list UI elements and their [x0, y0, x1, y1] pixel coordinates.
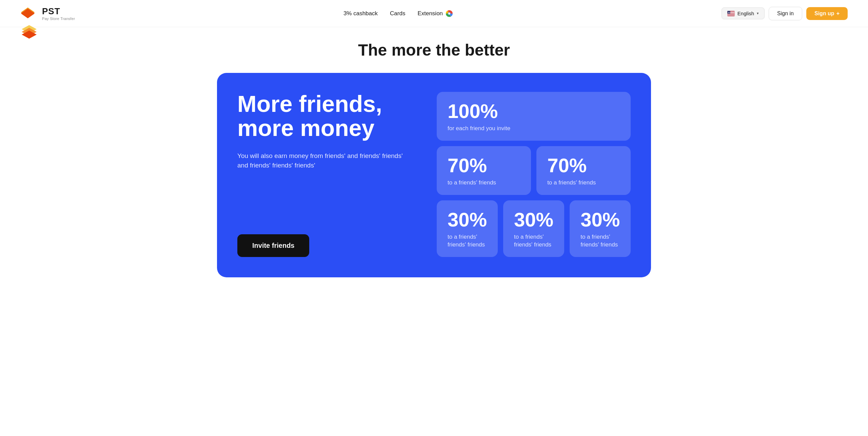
invite-friends-button[interactable]: Invite friends [237, 234, 309, 257]
language-selector[interactable]: ★★★★★★ English ▾ [722, 7, 765, 19]
chevron-down-icon: ▾ [757, 11, 759, 16]
plus-icon: + [836, 11, 840, 17]
logo-icon [20, 5, 38, 22]
hero-left: More friends, more money You will also e… [237, 92, 420, 257]
svg-text:★★★★★★: ★★★★★★ [728, 12, 735, 14]
nav-center: 3% cashback Cards Extension [343, 10, 453, 17]
stat-label-30-2: to a friends' friends' friends [514, 233, 553, 249]
stat-row-2: 70% to a friends' friends 70% to a frien… [437, 146, 631, 195]
stat-percent-100: 100% [448, 101, 620, 121]
logo-sub: Pay Store Transfer [42, 17, 75, 21]
stat-label-70-1: to a friends' friends [448, 179, 520, 187]
stat-percent-70-1: 70% [448, 156, 520, 175]
svg-rect-15 [727, 15, 735, 15]
stat-label-100: for each friend you invite [448, 124, 620, 133]
svg-point-9 [448, 13, 450, 15]
nav-extension[interactable]: Extension [417, 10, 453, 17]
chrome-icon [446, 10, 453, 17]
signup-button[interactable]: Sign up + [806, 7, 848, 20]
logo-brand: PST [42, 6, 75, 17]
hero-card: More friends, more money You will also e… [217, 73, 651, 277]
stat-row-1: 100% for each friend you invite [437, 92, 631, 141]
stat-label-70-2: to a friends' friends [547, 179, 620, 187]
nav-cashback[interactable]: 3% cashback [343, 10, 378, 17]
logo[interactable]: PST Pay Store Transfer [20, 5, 75, 22]
stat-percent-30-3: 30% [580, 210, 620, 230]
svg-rect-16 [727, 15, 735, 16]
nav-cards[interactable]: Cards [390, 10, 405, 17]
hero-headline: More friends, more money [237, 92, 420, 140]
stat-card-100: 100% for each friend you invite [437, 92, 631, 141]
nav-right: ★★★★★★ English ▾ Sign in Sign up + [722, 7, 848, 20]
svg-rect-14 [727, 14, 735, 14]
stat-percent-70-2: 70% [547, 156, 620, 175]
svg-marker-2 [21, 9, 35, 18]
language-label: English [737, 11, 754, 16]
stat-label-30-1: to a friends' friends' friends [448, 233, 487, 249]
stat-card-70-2: 70% to a friends' friends [536, 146, 631, 195]
stat-card-30-1: 30% to a friends' friends' friends [437, 200, 498, 257]
us-flag-icon: ★★★★★★ [727, 11, 735, 16]
hero-right: 100% for each friend you invite 70% to a… [437, 92, 631, 257]
hero-description: You will also earn money from friends' a… [237, 151, 407, 171]
signin-button[interactable]: Sign in [769, 7, 802, 20]
stat-card-30-3: 30% to a friends' friends' friends [570, 200, 631, 257]
stat-card-30-2: 30% to a friends' friends' friends [503, 200, 564, 257]
stat-row-3: 30% to a friends' friends' friends 30% t… [437, 200, 631, 257]
stat-percent-30-2: 30% [514, 210, 553, 230]
main-content: The more the better More friends, more m… [197, 27, 671, 298]
stat-label-30-3: to a friends' friends' friends [580, 233, 620, 249]
stat-card-70-1: 70% to a friends' friends [437, 146, 531, 195]
stat-percent-30-1: 30% [448, 210, 487, 230]
logo-text: PST Pay Store Transfer [42, 6, 75, 21]
header: PST Pay Store Transfer 3% cashback Cards… [0, 0, 868, 27]
page-title: The more the better [217, 41, 651, 59]
